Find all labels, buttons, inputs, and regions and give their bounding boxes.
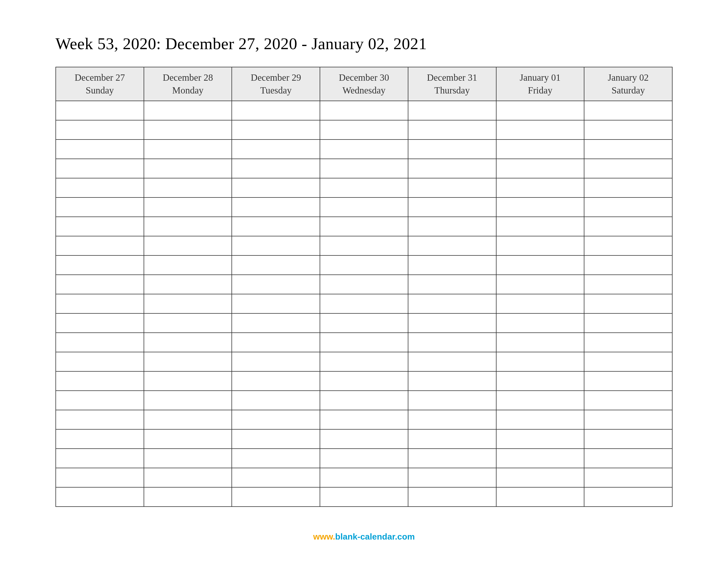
calendar-cell	[232, 429, 320, 449]
calendar-row	[56, 159, 672, 178]
day-header-4: December 31 Thursday	[408, 67, 496, 101]
calendar-cell	[496, 159, 584, 178]
footer-prefix: www.	[313, 532, 335, 541]
calendar-row	[56, 352, 672, 371]
calendar-row	[56, 178, 672, 198]
calendar-cell	[144, 178, 232, 198]
calendar-row	[56, 275, 672, 294]
calendar-cell	[496, 178, 584, 198]
calendar-cell	[408, 391, 496, 410]
calendar-cell	[232, 371, 320, 391]
calendar-cell	[496, 429, 584, 449]
day-header-weekday: Thursday	[411, 84, 494, 97]
calendar-cell	[496, 313, 584, 333]
calendar-cell	[232, 120, 320, 140]
calendar-cell	[56, 313, 144, 333]
calendar-cell	[496, 468, 584, 487]
calendar-row	[56, 256, 672, 275]
calendar-cell	[144, 313, 232, 333]
calendar-row	[56, 140, 672, 159]
calendar-cell	[56, 120, 144, 140]
calendar-cell	[320, 236, 408, 256]
day-header-weekday: Friday	[499, 84, 582, 97]
calendar-cell	[408, 371, 496, 391]
calendar-row	[56, 198, 672, 217]
calendar-cell	[584, 333, 672, 352]
calendar-cell	[144, 140, 232, 159]
calendar-cell	[320, 159, 408, 178]
calendar-cell	[408, 429, 496, 449]
calendar-cell	[144, 410, 232, 429]
calendar-cell	[144, 352, 232, 371]
calendar-cell	[232, 294, 320, 313]
calendar-cell	[232, 468, 320, 487]
page-title: Week 53, 2020: December 27, 2020 - Janua…	[55, 34, 673, 53]
calendar-cell	[232, 391, 320, 410]
day-header-weekday: Sunday	[58, 84, 141, 97]
calendar-cell	[584, 275, 672, 294]
calendar-cell	[320, 120, 408, 140]
calendar-cell	[56, 159, 144, 178]
calendar-cell	[408, 178, 496, 198]
day-header-weekday: Tuesday	[234, 84, 317, 97]
calendar-cell	[496, 391, 584, 410]
calendar-cell	[56, 391, 144, 410]
day-header-weekday: Monday	[146, 84, 229, 97]
calendar-cell	[408, 159, 496, 178]
calendar-row	[56, 101, 672, 120]
calendar-cell	[408, 313, 496, 333]
calendar-cell	[144, 198, 232, 217]
calendar-cell	[144, 159, 232, 178]
calendar-cell	[496, 256, 584, 275]
footer-link: www.blank-calendar.com	[0, 532, 728, 542]
calendar-cell	[320, 352, 408, 371]
calendar-row	[56, 333, 672, 352]
calendar-cell	[584, 178, 672, 198]
calendar-cell	[144, 101, 232, 120]
calendar-cell	[232, 410, 320, 429]
footer-domain: blank-calendar.com	[335, 532, 415, 541]
calendar-cell	[56, 256, 144, 275]
calendar-cell	[496, 333, 584, 352]
day-header-weekday: Wednesday	[322, 84, 406, 97]
calendar-cell	[232, 140, 320, 159]
calendar-cell	[144, 468, 232, 487]
calendar-cell	[584, 294, 672, 313]
day-header-date: January 01	[499, 71, 582, 84]
calendar-row	[56, 120, 672, 140]
day-header-5: January 01 Friday	[496, 67, 584, 101]
calendar-cell	[144, 429, 232, 449]
calendar-cell	[584, 159, 672, 178]
calendar-row	[56, 429, 672, 449]
calendar-cell	[232, 198, 320, 217]
calendar-cell	[56, 217, 144, 236]
calendar-cell	[144, 371, 232, 391]
day-header-date: December 30	[322, 71, 406, 84]
calendar-cell	[496, 410, 584, 429]
day-header-date: January 02	[587, 71, 670, 84]
calendar-cell	[320, 178, 408, 198]
calendar-cell	[408, 333, 496, 352]
calendar-cell	[584, 101, 672, 120]
calendar-cell	[56, 101, 144, 120]
calendar-cell	[584, 449, 672, 468]
calendar-cell	[496, 352, 584, 371]
calendar-cell	[496, 217, 584, 236]
calendar-cell	[56, 236, 144, 256]
calendar-cell	[320, 198, 408, 217]
calendar-cell	[232, 178, 320, 198]
calendar-cell	[56, 140, 144, 159]
calendar-cell	[56, 294, 144, 313]
calendar-row	[56, 236, 672, 256]
calendar-cell	[496, 120, 584, 140]
calendar-cell	[496, 449, 584, 468]
calendar-cell	[56, 371, 144, 391]
calendar-cell	[408, 352, 496, 371]
calendar-cell	[320, 217, 408, 236]
calendar-cell	[408, 198, 496, 217]
calendar-cell	[584, 256, 672, 275]
calendar-cell	[408, 140, 496, 159]
calendar-cell	[232, 333, 320, 352]
day-header-6: January 02 Saturday	[584, 67, 672, 101]
calendar-cell	[56, 468, 144, 487]
